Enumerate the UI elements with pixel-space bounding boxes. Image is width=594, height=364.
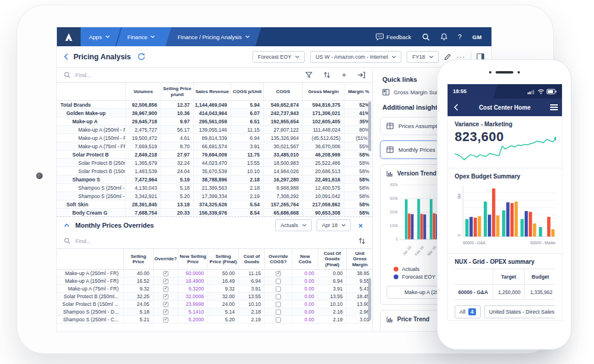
column-header[interactable]: New CoGs [292, 249, 318, 269]
table-row[interactable]: Shampoo S (250ml - C...5.215.20005.202.1… [57, 316, 372, 324]
bell-icon[interactable] [440, 33, 448, 41]
column-header[interactable] [57, 83, 125, 100]
override-checkbox[interactable] [163, 302, 168, 307]
column-header[interactable]: Gross Margin [302, 83, 344, 100]
table-row[interactable]: Make-up A29,645,7189.97295,561,0596.5119… [57, 117, 372, 126]
table-row[interactable]: 60000 - G&A1,250,0001,335,962 [455, 285, 555, 300]
editable-cell-value[interactable]: 16.4900 [178, 277, 207, 285]
table-row[interactable]: Make-up A (75ml - FR)9.329.32009.323.910… [57, 285, 372, 293]
version-dropdown[interactable]: Forecast EOY [253, 51, 305, 63]
editable-cell-value[interactable]: 5.2000 [178, 316, 207, 323]
feedback-button[interactable]: Feedback [376, 33, 411, 40]
scrollbar[interactable] [368, 278, 371, 321]
table-row[interactable]: Body Cream G7,688,75420.33156,339,9768.5… [57, 209, 372, 217]
search-icon[interactable] [422, 33, 430, 41]
scrollbar[interactable] [368, 101, 371, 151]
find-input[interactable]: Find... [75, 238, 91, 244]
help-button[interactable]: ? [458, 33, 462, 40]
table-row[interactable]: Solar Protect B (150ml ...24.0523.999824… [57, 301, 372, 308]
nav-finance-menu[interactable]: Finance [119, 27, 164, 46]
override-checkbox[interactable] [163, 279, 168, 284]
user-avatar[interactable]: GM [472, 34, 482, 40]
table-row[interactable]: Solar Protect B (250ml...32.2532.000632.… [57, 293, 372, 301]
menu-icon[interactable] [550, 104, 558, 110]
table-row[interactable]: Shampoo S (250ml - D...4,130,0435.1821,3… [57, 184, 372, 192]
close-icon[interactable]: × [356, 221, 365, 230]
override-checkbox[interactable] [163, 317, 168, 323]
table-row[interactable]: Soft Skin28,391,84513.18374,325,6265.541… [57, 200, 372, 209]
editable-cell-value[interactable]: 23.9998 [178, 301, 207, 308]
column-header[interactable]: Cost of Goods [238, 249, 264, 269]
editable-cell-value[interactable]: 0.00 [292, 293, 318, 300]
overrides-month-dropdown[interactable]: Apr 18 [317, 219, 352, 231]
editable-cell-value[interactable]: 0.00 [292, 277, 318, 285]
column-header[interactable]: Sales Revenue [193, 83, 231, 100]
column-header[interactable]: Override? [153, 249, 178, 269]
table-row[interactable]: Make-up A (250ml - FR)40.0050.000050.001… [57, 270, 372, 277]
editable-cell-value[interactable]: 5.1410 [178, 308, 207, 315]
table-row[interactable]: Make-up A (150ml - FR)16.5216.490016.496… [57, 277, 372, 285]
override-checkbox[interactable] [163, 271, 168, 276]
add-icon[interactable]: + [341, 71, 346, 79]
table-row[interactable]: Make-up A (250ml - FR)2,475,72756.17139,… [57, 126, 372, 134]
editable-cell-value[interactable]: 0.00 [292, 270, 318, 277]
editable-cell-value[interactable]: 0.00 [292, 285, 318, 292]
column-header[interactable]: Unit Gross Margin [346, 249, 373, 269]
collapse-chevron-icon[interactable] [64, 223, 69, 227]
all-filter-button[interactable]: All 4 [455, 305, 481, 318]
table-row[interactable]: Solar Protect B2,849,21827.9779,694,0091… [57, 151, 372, 159]
column-header[interactable]: Selling Price p/unit [161, 83, 193, 100]
column-header[interactable]: COGS p/Unit [231, 83, 263, 100]
column-header[interactable]: Override COGS? [264, 249, 292, 269]
column-header[interactable] [57, 249, 123, 269]
override-checkbox[interactable] [276, 286, 281, 292]
table-row[interactable]: Make-up A (75ml - FR)7,669,5198.7066,691… [57, 142, 372, 151]
back-chevron-icon[interactable] [454, 104, 458, 111]
refresh-icon[interactable] [138, 53, 145, 60]
overrides-version-dropdown[interactable]: Actuals [275, 219, 312, 231]
column-header[interactable]: Cost Of Goods (Final) [318, 249, 346, 269]
export-icon[interactable] [357, 72, 365, 78]
region-filter-button[interactable]: United States - Direct Sales [484, 305, 555, 318]
sort-icon[interactable] [324, 72, 330, 78]
table-row[interactable]: Solar Protect B (250ml...1,365,67932.244… [57, 159, 372, 167]
column-header[interactable]: Margin % [344, 83, 373, 100]
filter-funnel-icon[interactable] [305, 72, 312, 78]
editable-cell-value[interactable]: 9.3200 [178, 285, 207, 292]
back-chevron-icon[interactable] [64, 53, 68, 60]
nav-apps-menu[interactable]: Apps [81, 27, 118, 46]
table-row[interactable]: Shampoo S7,472,9645.1938,788,8962.1816,2… [57, 175, 372, 184]
override-checkbox[interactable] [276, 317, 281, 323]
year-dropdown[interactable]: FY18 [407, 51, 439, 63]
dimension-dropdown[interactable]: US W - Amazon.com - Internet [310, 51, 401, 63]
column-header[interactable]: Volumes [125, 83, 161, 100]
editable-cell-value[interactable]: 50.0000 [178, 270, 207, 277]
override-checkbox[interactable] [163, 309, 168, 315]
column-header[interactable]: COGS [263, 83, 302, 100]
override-checkbox[interactable] [276, 309, 281, 315]
sort-icon[interactable] [359, 238, 365, 244]
column-header[interactable]: Selling Price (Final) [207, 249, 238, 269]
table-row[interactable]: Golden Make-up39,967,90010.36414,043,964… [57, 109, 372, 117]
table-row[interactable]: Make-up A (150ml - FR)19,500,4724.6189,8… [57, 134, 372, 142]
editable-cell-value[interactable]: 0.00 [292, 301, 318, 308]
override-checkbox[interactable] [163, 294, 168, 299]
editable-cell-value[interactable]: 0.00 [292, 316, 318, 323]
anaplan-logo-icon[interactable] [57, 27, 81, 46]
table-row[interactable]: Solar Protect B (150ml ...1,483,53924.04… [57, 167, 372, 175]
override-checkbox[interactable] [163, 286, 168, 292]
override-checkbox[interactable] [276, 302, 281, 307]
table-row[interactable]: Total Brands92,506,85612.371,144,469,049… [57, 101, 372, 109]
override-checkbox[interactable] [276, 271, 281, 276]
find-input[interactable]: Find... [75, 72, 91, 78]
editable-cell-value[interactable]: 0.00 [292, 308, 318, 315]
editable-cell-value[interactable]: 32.0006 [178, 293, 207, 300]
table-row[interactable]: Shampoo S (250ml - D...5.185.14105.142.1… [57, 308, 372, 316]
edit-pencil-icon[interactable] [444, 53, 451, 60]
override-checkbox[interactable] [276, 294, 281, 299]
table-row[interactable]: Shampoo S (250ml - C...3,342,9215.2017,3… [57, 192, 372, 200]
column-header[interactable]: New Selling Price [178, 249, 207, 269]
override-checkbox[interactable] [276, 279, 281, 284]
column-header[interactable]: Selling Price [123, 249, 153, 269]
nav-page-menu[interactable]: Finance / Pricing Analysis [165, 27, 261, 46]
